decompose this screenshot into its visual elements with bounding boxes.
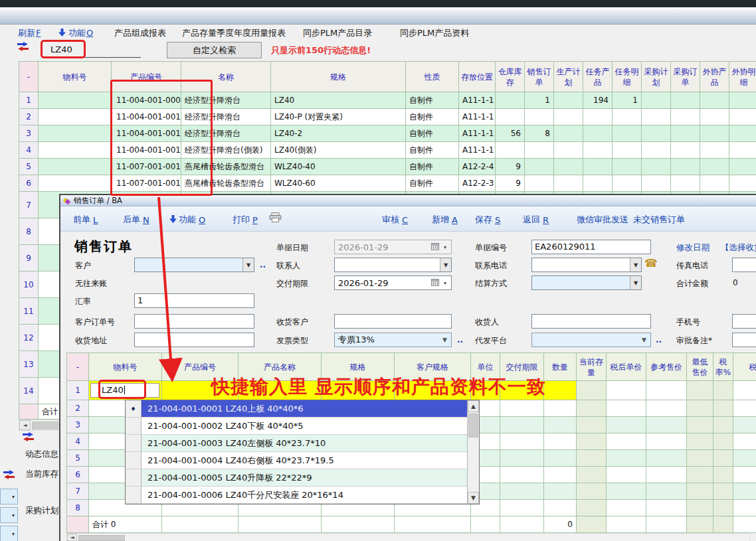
- row-number[interactable]: 10: [19, 271, 39, 298]
- custom-search-button[interactable]: 自定义检索: [167, 42, 262, 58]
- combo-arrow[interactable]: ▼: [440, 258, 451, 271]
- menu-item-sync-plm-data[interactable]: 同步PLM产品资料: [400, 27, 469, 39]
- order-cell[interactable]: [500, 483, 544, 500]
- order-cell[interactable]: LZ40: [89, 381, 162, 400]
- invoice-type-select[interactable]: 专票13%▼: [334, 333, 452, 347]
- menu-item-stock-usage-report[interactable]: 产品存量季度年度用量报表: [182, 27, 286, 39]
- order-cell[interactable]: [607, 417, 646, 433]
- product-cell[interactable]: 9: [496, 175, 525, 192]
- product-cell[interactable]: A11-1-1: [459, 142, 496, 159]
- swap-columns-icon[interactable]: [23, 432, 35, 442]
- order-cell[interactable]: [713, 417, 733, 433]
- order-cell[interactable]: [577, 483, 607, 500]
- order-cell[interactable]: [544, 400, 577, 417]
- product-cell[interactable]: 11-007-001-0010: [112, 159, 181, 175]
- product-cell[interactable]: [525, 142, 554, 159]
- row-number[interactable]: 1: [67, 381, 89, 400]
- order-col-header[interactable]: 物料号: [89, 353, 162, 381]
- product-cell[interactable]: [642, 125, 671, 142]
- order-cell[interactable]: [687, 417, 713, 433]
- product-cell[interactable]: [671, 159, 700, 175]
- main-col-header[interactable]: 任务明细: [613, 62, 642, 92]
- product-cell[interactable]: [642, 159, 671, 175]
- product-cell[interactable]: 1: [613, 92, 642, 109]
- product-cell[interactable]: [39, 92, 112, 109]
- product-cell[interactable]: 9: [496, 159, 525, 175]
- order-cell[interactable]: [733, 417, 756, 433]
- product-cell[interactable]: [642, 92, 671, 109]
- product-cell[interactable]: 燕尾槽齿轮齿条型滑台: [181, 175, 271, 192]
- order-cell[interactable]: [607, 450, 646, 467]
- product-cell[interactable]: 11-004-001-0001: [112, 92, 181, 109]
- product-cell[interactable]: [613, 142, 642, 159]
- order-cell[interactable]: [577, 467, 607, 483]
- dropdown-item[interactable]: 21-004-001-0005 LZ40升降板 22*22*9: [126, 469, 479, 487]
- order-cell[interactable]: [733, 500, 756, 516]
- product-cell[interactable]: [729, 125, 756, 142]
- combo-arrow[interactable]: ▼: [630, 276, 641, 289]
- product-cell[interactable]: 自制件: [406, 175, 459, 192]
- row-number[interactable]: 3: [67, 417, 89, 433]
- row-number[interactable]: 4: [67, 433, 89, 450]
- panel-tab-purchase-plan[interactable]: 采购计划: [25, 505, 58, 516]
- product-cell[interactable]: 11-007-001-0016: [112, 175, 181, 192]
- product-cell[interactable]: 燕尾槽齿轮齿条型滑台: [181, 159, 271, 175]
- order-cell[interactable]: [687, 400, 713, 417]
- order-col-header[interactable]: 税后单价: [607, 353, 646, 381]
- product-cell[interactable]: [671, 125, 700, 142]
- product-cell[interactable]: A11-1-1: [459, 125, 496, 142]
- dialog-title-bar[interactable]: 销售订单 / BA: [60, 195, 756, 206]
- product-cell[interactable]: [642, 109, 671, 125]
- recv-address-input[interactable]: [134, 333, 254, 347]
- product-cell[interactable]: 自制件: [406, 159, 459, 175]
- product-cell[interactable]: 11-004-001-0010: [112, 109, 181, 125]
- product-cell[interactable]: 经济型升降滑台: [181, 109, 271, 125]
- order-cell[interactable]: [577, 417, 607, 433]
- date-dropdown-arrow[interactable]: ▾: [440, 276, 450, 289]
- product-cell[interactable]: [671, 175, 700, 192]
- scroll-thumb[interactable]: [468, 414, 478, 437]
- order-cell[interactable]: [646, 467, 687, 483]
- functions-menu-item[interactable]: 功能O: [58, 27, 93, 39]
- order-cell[interactable]: [733, 483, 756, 500]
- product-cell[interactable]: [554, 159, 583, 175]
- order-cell[interactable]: [687, 500, 713, 516]
- fax-input[interactable]: [732, 258, 756, 272]
- order-cell[interactable]: [500, 500, 544, 516]
- order-cell[interactable]: [733, 433, 756, 450]
- row-number[interactable]: 12: [19, 325, 39, 351]
- product-cell[interactable]: [496, 92, 525, 109]
- row-number[interactable]: 14: [19, 378, 39, 404]
- product-cell[interactable]: [554, 109, 583, 125]
- order-cell[interactable]: [646, 433, 687, 450]
- order-cell[interactable]: [544, 483, 577, 500]
- save-button[interactable]: 保存S: [475, 214, 500, 226]
- order-cell[interactable]: [646, 500, 687, 516]
- order-col-header[interactable]: 参考售价: [646, 353, 687, 381]
- product-cell[interactable]: [671, 142, 700, 159]
- product-cell[interactable]: [583, 125, 613, 142]
- mobile-input[interactable]: [732, 314, 756, 329]
- row-number[interactable]: 8: [19, 218, 39, 245]
- search-input[interactable]: LZ40: [44, 42, 141, 58]
- order-cell[interactable]: [733, 450, 756, 467]
- product-cell[interactable]: [729, 175, 756, 192]
- combo-arrow[interactable]: ▼: [630, 258, 641, 271]
- dropdown-item[interactable]: 21-004-001-0002 LZ40下板 40*40*5: [126, 418, 479, 435]
- order-cell[interactable]: [646, 417, 687, 433]
- order-cell[interactable]: [607, 381, 646, 400]
- order-lines-hscrollbar[interactable]: ◄: [66, 533, 750, 541]
- customer-combo[interactable]: ▼: [134, 258, 254, 272]
- order-cell[interactable]: [713, 500, 733, 516]
- main-col-header[interactable]: 性质: [406, 62, 459, 92]
- printer-icon[interactable]: [269, 212, 282, 224]
- recv-customer-input[interactable]: [334, 314, 452, 329]
- doc-no-input[interactable]: EA260129011: [531, 240, 651, 254]
- order-cell[interactable]: [607, 400, 646, 417]
- order-cell[interactable]: [544, 467, 577, 483]
- product-cell[interactable]: [613, 109, 642, 125]
- row-number[interactable]: 1: [19, 92, 39, 109]
- contact-combo[interactable]: ▼: [334, 258, 452, 272]
- settlement-combo[interactable]: ▼: [531, 275, 642, 290]
- product-cell[interactable]: [496, 142, 525, 159]
